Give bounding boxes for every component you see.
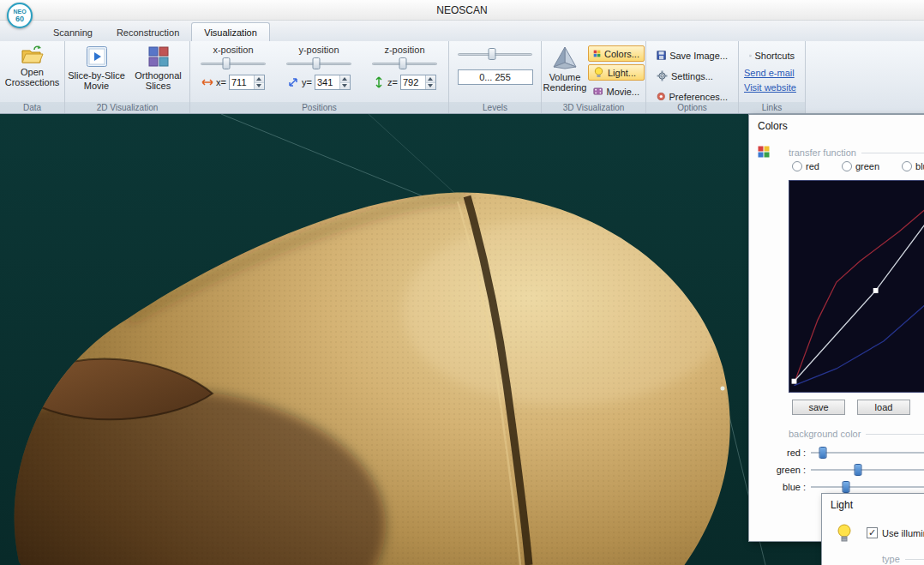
- open-crossections-button[interactable]: Open Crossections: [0, 41, 64, 101]
- gear-icon: [657, 70, 668, 81]
- x-spin-up-button[interactable]: [255, 75, 264, 83]
- z-spin-down-button[interactable]: [426, 83, 435, 90]
- levels-range-box[interactable]: 0... 255: [458, 69, 533, 85]
- preferences-label: Preferences...: [669, 92, 728, 102]
- play-icon: [86, 45, 108, 68]
- shortcuts-label: Shortcuts: [755, 51, 795, 61]
- z-axis-arrow-icon: [373, 76, 385, 88]
- x-position-input[interactable]: [230, 75, 254, 89]
- settings-button[interactable]: Settings...: [651, 68, 733, 84]
- neoscan-logo-icon: NEO 60: [7, 3, 33, 28]
- z-position-spinbox: [400, 75, 436, 90]
- movie-button[interactable]: Movie...: [588, 83, 645, 99]
- colors-button[interactable]: Colors...: [588, 45, 645, 62]
- use-illumination-checkbox[interactable]: [867, 527, 878, 538]
- floppy-disk-icon: [657, 50, 666, 61]
- x-spin-down-button[interactable]: [255, 83, 264, 90]
- radio-red[interactable]: red: [792, 161, 819, 171]
- background-red-handle[interactable]: [819, 447, 827, 459]
- group-2d-visualization: Slice-by-Slice Movie Orthogonal Slices 2…: [65, 41, 190, 113]
- tab-reconstruction[interactable]: Reconstruction: [105, 23, 191, 41]
- light-type-label: type: [882, 554, 900, 564]
- orthogonal-slices-button[interactable]: Orthogonal Slices: [128, 41, 189, 101]
- save-image-label: Save Image...: [669, 51, 728, 61]
- transfer-function-graph[interactable]: [789, 180, 924, 393]
- y-slider-handle[interactable]: [312, 57, 320, 69]
- volume-rendering-button[interactable]: Volume Rendering: [542, 41, 588, 101]
- slice-by-slice-movie-button[interactable]: Slice-by-Slice Movie: [66, 41, 128, 101]
- transfer-function-curves: [789, 181, 924, 392]
- group-links: Shortcuts Send e-mail Visit website Link…: [739, 41, 806, 113]
- ribbon: Open Crossections Data Slice-by-Slice Mo…: [0, 41, 924, 114]
- save-image-button[interactable]: Save Image...: [651, 47, 733, 63]
- z-position-input[interactable]: [401, 75, 425, 89]
- divider: [866, 434, 924, 435]
- group-3d-visualization: Volume Rendering Colors...: [542, 41, 646, 113]
- use-illumination-row: Use illumination: [867, 527, 924, 538]
- application-window: NEOSCAN NEO 60 Scanning Reconstruction V…: [0, 0, 924, 565]
- palette-icon: [758, 146, 770, 158]
- colors-swatches-icon: [593, 48, 601, 59]
- y-position-slider[interactable]: [286, 57, 351, 70]
- levels-slider[interactable]: [458, 48, 532, 61]
- x-prefix: x=: [216, 77, 226, 87]
- background-green-track: [811, 469, 924, 471]
- colors-dialog-title: Colors: [758, 120, 788, 132]
- radio-green-circle[interactable]: [842, 161, 852, 171]
- load-button[interactable]: load: [857, 400, 910, 415]
- visit-website-link[interactable]: Visit website: [744, 82, 800, 93]
- light-type-section: type: [882, 554, 924, 564]
- y-position-input[interactable]: [315, 75, 339, 89]
- group-label-links: Links: [739, 102, 805, 113]
- x-slider-handle[interactable]: [223, 57, 231, 69]
- group-label-data: Data: [0, 102, 64, 113]
- light-button-label: Light...: [608, 68, 636, 78]
- light-dialog-title: Light: [831, 499, 853, 511]
- y-spin-down-button[interactable]: [340, 83, 350, 90]
- title-bar: NEOSCAN: [0, 0, 924, 21]
- group-label-2d: 2D Visualization: [65, 102, 189, 113]
- z-slider-handle[interactable]: [399, 57, 406, 69]
- y-prefix: y=: [302, 77, 312, 87]
- background-green-label: green :: [749, 465, 811, 475]
- shortcuts-button[interactable]: Shortcuts: [744, 47, 800, 63]
- radio-blue-circle[interactable]: [902, 161, 912, 171]
- transfer-function-section: transfer function: [789, 147, 924, 158]
- background-green-slider[interactable]: [811, 462, 924, 478]
- radio-blue[interactable]: blue: [902, 161, 924, 171]
- background-green-handle[interactable]: [855, 464, 862, 476]
- save-button[interactable]: save: [792, 400, 845, 415]
- z-position-label: z-position: [369, 45, 441, 57]
- background-blue-handle[interactable]: [843, 481, 850, 493]
- tab-visualization[interactable]: Visualization: [191, 22, 270, 41]
- background-color-label: background color: [789, 429, 861, 439]
- background-red-slider[interactable]: [811, 445, 924, 460]
- radio-red-circle[interactable]: [792, 161, 802, 171]
- background-green-row: green :: [749, 461, 924, 478]
- x-axis-arrow-icon: [201, 76, 213, 88]
- use-illumination-label: Use illumination: [882, 528, 924, 538]
- send-email-link[interactable]: Send e-mail: [744, 68, 800, 78]
- background-red-row: red :: [749, 444, 924, 461]
- slice-movie-label: Slice-by-Slice Movie: [66, 70, 128, 91]
- group-data: Open Crossections Data: [0, 41, 65, 113]
- levels-slider-handle[interactable]: [489, 48, 496, 60]
- y-spin-up-button[interactable]: [340, 75, 350, 83]
- tab-scanning[interactable]: Scanning: [41, 23, 105, 41]
- y-position-spinbox: [315, 75, 351, 90]
- z-spin-up-button[interactable]: [426, 75, 435, 83]
- light-button[interactable]: Light...: [588, 64, 645, 81]
- x-position-control: x-position x=: [190, 41, 276, 103]
- preferences-icon: [657, 91, 666, 102]
- x-position-slider[interactable]: [201, 57, 266, 70]
- ribbon-tab-row: Scanning Reconstruction Visualization: [0, 21, 924, 41]
- open-crossections-label: Open Crossections: [0, 67, 64, 87]
- radio-green[interactable]: green: [842, 161, 879, 171]
- z-position-slider[interactable]: [372, 57, 437, 70]
- group-label-levels: Levels: [449, 102, 541, 113]
- radio-blue-label: blue: [915, 161, 924, 171]
- z-position-control: z-position z=: [362, 41, 447, 103]
- divider: [861, 153, 924, 153]
- x-position-label: x-position: [197, 45, 269, 57]
- movie-button-label: Movie...: [606, 87, 639, 97]
